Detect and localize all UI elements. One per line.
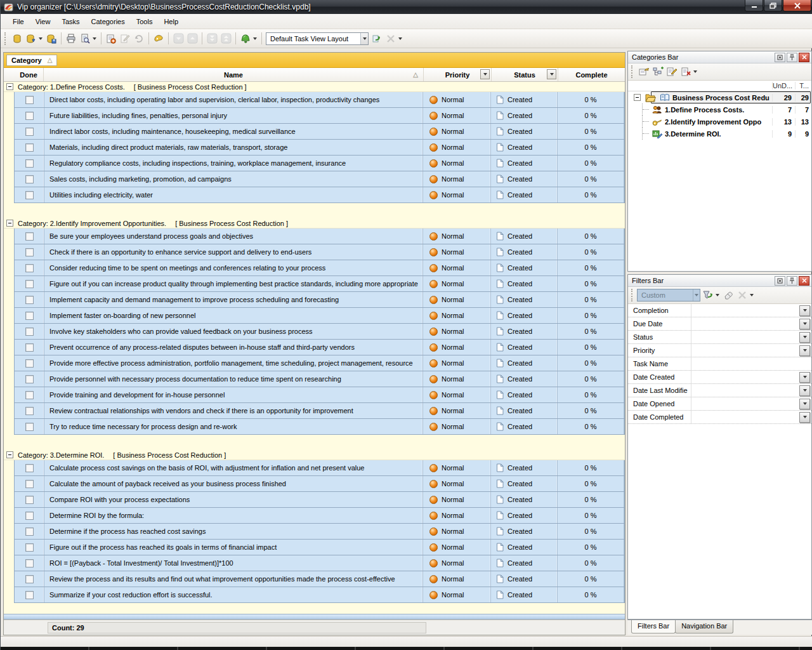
task-row[interactable]: Involve key stakeholders who can provide… — [4, 324, 625, 340]
new-task-button[interactable] — [104, 32, 118, 46]
task-row[interactable]: Be sure your employees understand proces… — [4, 229, 625, 244]
tree-column-undone[interactable]: UnD... — [772, 82, 795, 90]
filter-field-value[interactable] — [691, 304, 799, 317]
category-group-header[interactable]: Category: 3.Determine ROI.[ Business Pro… — [4, 450, 625, 460]
task-done-checkbox[interactable] — [25, 480, 34, 488]
task-done-checkbox[interactable] — [25, 328, 34, 336]
task-done-checkbox[interactable] — [25, 343, 34, 352]
task-row[interactable]: Determine ROI by the formula:NormalCreat… — [4, 508, 625, 524]
panel-pin-button[interactable] — [787, 53, 797, 62]
task-row[interactable]: Provide more effective process administr… — [4, 355, 625, 371]
filter-dropdown-button[interactable] — [799, 332, 810, 343]
tab-navigation-bar[interactable]: Navigation Bar — [675, 620, 733, 633]
task-done-checkbox[interactable] — [25, 96, 34, 104]
category-tree-item[interactable]: 2.Identify Improvement Oppo1313 — [628, 116, 811, 128]
reminder-button[interactable] — [239, 32, 252, 46]
task-done-checkbox[interactable] — [25, 527, 34, 536]
task-done-checkbox[interactable] — [25, 559, 34, 567]
filter-dropdown-button[interactable] — [799, 412, 810, 423]
print-button[interactable] — [64, 32, 78, 46]
category-tree-item[interactable]: Business Process Cost Redu2929 — [628, 91, 811, 103]
filter-field-value[interactable] — [691, 357, 811, 370]
toolbar-drag-handle[interactable] — [631, 289, 634, 302]
task-row[interactable]: Implement capacity and demand management… — [4, 292, 625, 308]
filter-field-value[interactable] — [691, 384, 799, 397]
task-row[interactable]: Sales costs, including marketing, promot… — [4, 171, 625, 187]
menu-view[interactable]: View — [30, 16, 56, 27]
column-header-status[interactable]: Status — [492, 68, 558, 81]
filter-preset-combobox[interactable]: Custom — [637, 289, 700, 302]
filter-dropdown-button[interactable] — [799, 305, 810, 316]
filter-dropdown-button[interactable] — [799, 319, 810, 329]
task-done-checkbox[interactable] — [25, 232, 34, 241]
column-header-done[interactable]: Done — [14, 68, 44, 81]
task-done-checkbox[interactable] — [25, 391, 34, 399]
add-category-button[interactable] — [637, 65, 651, 79]
filter-field-value[interactable] — [691, 331, 799, 343]
task-done-checkbox[interactable] — [25, 359, 34, 368]
chevron-down-icon[interactable] — [750, 294, 754, 296]
tree-column-total[interactable]: T... — [795, 82, 811, 90]
task-row[interactable]: Consider reducing time to be spent on me… — [4, 260, 625, 276]
task-row[interactable]: Provide personnel with necessary process… — [4, 371, 625, 387]
task-row[interactable]: Indirect labor costs, including maintena… — [4, 124, 625, 140]
save-database-button[interactable] — [44, 32, 58, 46]
task-row[interactable]: Try to reduce time necessary for process… — [4, 419, 625, 435]
task-done-checkbox[interactable] — [25, 128, 34, 136]
apply-filter-button[interactable] — [701, 288, 715, 302]
filter-dropdown-button[interactable] — [799, 345, 810, 356]
task-done-checkbox[interactable] — [25, 280, 34, 288]
chevron-down-icon[interactable] — [253, 37, 257, 40]
panel-restore-button[interactable] — [775, 53, 785, 62]
chevron-down-icon[interactable] — [716, 294, 719, 296]
group-by-category-button[interactable]: Category △ — [6, 55, 57, 66]
task-done-checkbox[interactable] — [25, 248, 34, 256]
task-done-checkbox[interactable] — [25, 296, 34, 304]
collapse-category-button[interactable] — [6, 220, 13, 227]
complete-task-button[interactable] — [152, 32, 166, 46]
task-done-checkbox[interactable] — [25, 312, 34, 320]
collapse-category-button[interactable] — [6, 451, 13, 458]
open-database-button[interactable] — [24, 32, 38, 46]
menu-tools[interactable]: Tools — [131, 16, 159, 27]
task-row[interactable]: Direct labor costs, including operating … — [4, 92, 625, 108]
column-header-priority[interactable]: Priority — [424, 68, 492, 81]
new-database-button[interactable] — [10, 32, 24, 46]
column-header-complete[interactable]: Complete — [558, 68, 625, 81]
task-row[interactable]: Compare ROI with your process expectatio… — [4, 492, 625, 508]
task-done-checkbox[interactable] — [25, 159, 34, 168]
category-tree-item[interactable]: 3.Determine ROI.99 — [628, 128, 811, 140]
clear-filter-button[interactable] — [721, 288, 735, 302]
filter-dropdown-button[interactable] — [799, 372, 810, 383]
task-row[interactable]: Check if there is an opportunity to enha… — [4, 244, 625, 260]
task-done-checkbox[interactable] — [25, 407, 34, 415]
task-row[interactable]: Review the process and its results and f… — [4, 571, 625, 587]
chevron-down-icon[interactable] — [360, 33, 368, 44]
menu-help[interactable]: Help — [158, 16, 184, 27]
apply-layout-button[interactable] — [370, 32, 384, 46]
close-button[interactable] — [783, 0, 811, 11]
panel-restore-button[interactable] — [775, 276, 785, 286]
chevron-down-icon[interactable] — [398, 37, 402, 40]
toolbar-drag-handle[interactable] — [4, 32, 7, 45]
task-row[interactable]: Future liabilities, including fines, pen… — [4, 108, 625, 124]
task-done-checkbox[interactable] — [25, 591, 34, 599]
task-done-checkbox[interactable] — [25, 512, 34, 520]
task-row[interactable]: Calculate the amount of payback received… — [4, 476, 625, 492]
chevron-down-icon[interactable] — [693, 70, 697, 73]
column-header-name[interactable]: Name△ — [44, 68, 424, 81]
task-done-checkbox[interactable] — [25, 375, 34, 383]
restore-button[interactable] — [764, 0, 782, 11]
windows-taskbar[interactable] — [1, 647, 812, 650]
panel-close-button[interactable] — [799, 53, 809, 62]
task-done-checkbox[interactable] — [25, 175, 34, 183]
task-row[interactable]: Materials, including direct product mate… — [4, 140, 625, 156]
task-done-checkbox[interactable] — [25, 112, 34, 120]
task-row[interactable]: Calculate process cost savings on the ba… — [4, 460, 625, 476]
task-row[interactable]: Utilities including electricity, waterNo… — [4, 187, 625, 203]
task-row[interactable]: Implement faster on-boarding of new pers… — [4, 308, 625, 324]
print-preview-button[interactable] — [78, 32, 92, 46]
task-done-checkbox[interactable] — [25, 191, 34, 199]
collapse-category-button[interactable] — [6, 83, 13, 90]
filter-field-value[interactable] — [691, 397, 799, 410]
